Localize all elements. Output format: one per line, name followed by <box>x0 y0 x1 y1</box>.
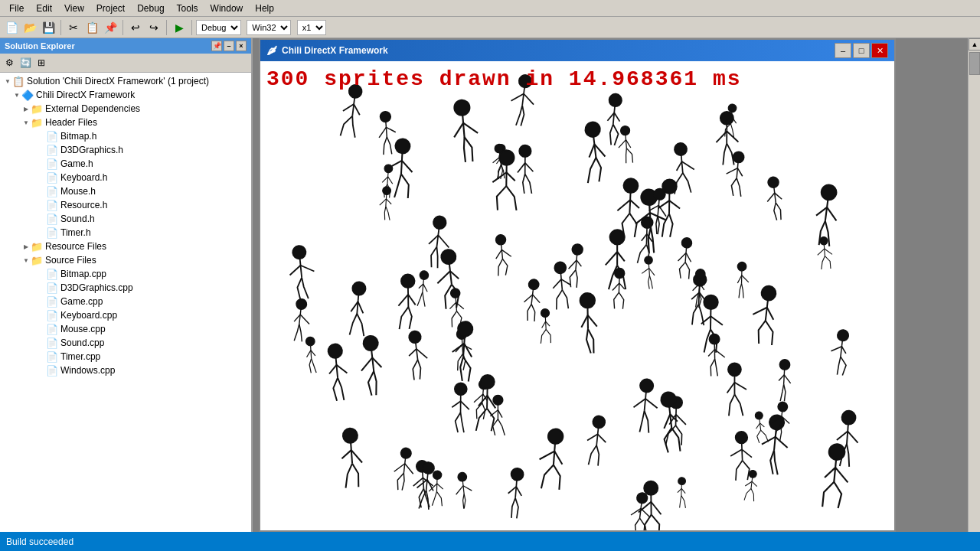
toolbar-paste[interactable]: 📌 <box>102 19 119 36</box>
ext-deps-arrow: ▶ <box>21 106 31 112</box>
menu-project[interactable]: Project <box>90 2 131 15</box>
status-text: Build succeeded <box>6 536 74 547</box>
svg-point-285 <box>639 379 654 393</box>
svg-point-233 <box>735 432 747 444</box>
panel-minimize-btn[interactable]: – <box>224 41 234 51</box>
chili-close-btn[interactable]: ✕ <box>871 43 888 58</box>
debug-combo[interactable]: Debug <box>196 20 241 35</box>
tree-project[interactable]: ▼ 🔷 Chili DirectX Framework <box>0 88 251 102</box>
tree-d3dgraphics-h[interactable]: 📄 D3DGraphics.h <box>0 143 251 157</box>
svg-point-289 <box>541 308 550 318</box>
svg-point-277 <box>401 274 415 288</box>
svg-point-49 <box>761 285 777 302</box>
toolbar: 📄 📂 💾 ✂ 📋 📌 ↩ ↪ ▶ Debug Win32 x1 <box>0 17 980 38</box>
svg-point-205 <box>328 344 343 359</box>
menu-file[interactable]: File <box>3 2 30 15</box>
tree-resource-files[interactable]: ▶ 📁 Resource Files <box>0 240 251 253</box>
toolbar-undo[interactable]: ↩ <box>127 19 144 36</box>
menu-window[interactable]: Window <box>204 2 250 15</box>
svg-point-9 <box>704 295 718 310</box>
tree-source-files-folder[interactable]: ▼ 📁 Source Files <box>0 253 251 267</box>
game-cpp-icon: 📄 <box>46 296 58 308</box>
menu-debug[interactable]: Debug <box>131 2 170 15</box>
chili-window: 🌶 Chili DirectX Framework – □ ✕ 300 spri… <box>259 38 896 532</box>
toolbar-sep4 <box>191 20 192 35</box>
svg-point-209 <box>554 262 567 274</box>
main-layout: Solution Explorer 📌 – × ⚙ 🔄 ⊞ ▼ 📋 Soluti… <box>0 38 980 532</box>
svg-point-161 <box>457 321 472 337</box>
svg-point-193 <box>728 103 737 112</box>
svg-point-141 <box>292 245 306 259</box>
timer-cpp-icon: 📄 <box>46 351 58 363</box>
mouse-h-label: Mouse.h <box>60 186 96 197</box>
solution-icon: 📋 <box>12 76 24 87</box>
svg-point-217 <box>440 249 456 265</box>
resource-files-label: Resource Files <box>45 241 106 252</box>
tree-game-cpp[interactable]: 📄 Game.cpp <box>0 295 251 308</box>
toolbar-save[interactable]: 💾 <box>40 19 57 36</box>
panel-pin-btn[interactable]: 📌 <box>211 41 222 51</box>
tree-d3dgraphics-cpp[interactable]: 📄 D3DGraphics.cpp <box>0 281 251 295</box>
game-h-label: Game.h <box>60 158 93 169</box>
tree-external-deps[interactable]: ▶ 📁 External Dependencies <box>0 102 251 116</box>
sol-toolbar-refresh[interactable]: 🔄 <box>18 55 33 70</box>
svg-point-105 <box>547 429 564 445</box>
svg-point-297 <box>454 99 471 116</box>
menu-edit[interactable]: Edit <box>30 2 58 15</box>
panel-close-btn[interactable]: × <box>236 41 247 51</box>
menu-view[interactable]: View <box>58 2 90 15</box>
toolbar-copy[interactable]: 📋 <box>83 19 100 36</box>
svg-point-329 <box>819 236 828 245</box>
svg-point-229 <box>528 279 540 290</box>
right-scrollbar[interactable]: ▲ <box>968 38 980 532</box>
toolbar-play[interactable]: ▶ <box>171 19 188 36</box>
sol-toolbar-properties[interactable]: ⚙ <box>2 55 17 70</box>
svg-point-321 <box>837 329 849 341</box>
tree-solution[interactable]: ▼ 📋 Solution 'Chili DirectX Framework' (… <box>0 74 251 88</box>
svg-point-133 <box>352 282 366 295</box>
toolbar-cut[interactable]: ✂ <box>65 19 82 36</box>
svg-line-242 <box>619 278 619 292</box>
header-files-icon: 📁 <box>31 117 43 129</box>
solution-arrow: ▼ <box>3 78 12 85</box>
mouse-cpp-icon: 📄 <box>46 324 58 335</box>
tree-game-h[interactable]: 📄 Game.h <box>0 157 251 171</box>
svg-point-309 <box>660 391 676 407</box>
svg-point-85 <box>305 337 315 346</box>
menu-tools[interactable]: Tools <box>171 2 204 15</box>
keyboard-cpp-icon: 📄 <box>46 310 58 321</box>
tree-mouse-h[interactable]: 📄 Mouse.h <box>0 184 251 198</box>
tree-bitmap-cpp[interactable]: 📄 Bitmap.cpp <box>0 267 251 281</box>
scrollbar-thumb[interactable] <box>969 52 980 75</box>
tree-timer-h[interactable]: 📄 Timer.h <box>0 226 251 240</box>
svg-line-18 <box>681 485 682 496</box>
svg-point-153 <box>841 410 856 425</box>
game-cpp-label: Game.cpp <box>60 296 103 307</box>
chili-minimize-btn[interactable]: – <box>835 43 851 58</box>
tree-keyboard-h[interactable]: 📄 Keyboard.h <box>0 171 251 184</box>
toolbar-sep1 <box>60 20 61 35</box>
toolbar-sep2 <box>122 20 123 35</box>
tree-resource-h[interactable]: 📄 Resource.h <box>0 198 251 212</box>
tree-header-files-folder[interactable]: ▼ 📁 Header Files <box>0 116 251 129</box>
menu-help[interactable]: Help <box>249 2 280 15</box>
svg-line-238 <box>629 193 630 214</box>
toolbar-open[interactable]: 📂 <box>21 19 38 36</box>
scroll-up-btn[interactable]: ▲ <box>969 38 980 51</box>
tree-bitmap-h[interactable]: 📄 Bitmap.h <box>0 129 251 143</box>
toolbar-new[interactable]: 📄 <box>3 19 20 36</box>
tree-mouse-cpp[interactable]: 📄 Mouse.cpp <box>0 322 251 336</box>
toolbar-redo[interactable]: ↪ <box>145 19 162 36</box>
solution-explorer-panel: Solution Explorer 📌 – × ⚙ 🔄 ⊞ ▼ 📋 Soluti… <box>0 38 253 532</box>
tree-timer-cpp[interactable]: 📄 Timer.cpp <box>0 350 251 364</box>
keyboard-h-label: Keyboard.h <box>60 172 107 183</box>
svg-point-197 <box>455 383 467 395</box>
tree-keyboard-cpp[interactable]: 📄 Keyboard.cpp <box>0 308 251 322</box>
chili-maximize-btn[interactable]: □ <box>853 43 870 58</box>
tree-sound-cpp[interactable]: 📄 Sound.cpp <box>0 336 251 350</box>
platform-combo[interactable]: Win32 <box>247 20 291 35</box>
tree-sound-h[interactable]: 📄 Sound.h <box>0 212 251 226</box>
sol-toolbar-filter[interactable]: ⊞ <box>34 55 49 70</box>
tree-windows-cpp[interactable]: 📄 Windows.cpp <box>0 364 251 377</box>
config-combo[interactable]: x1 <box>297 20 326 35</box>
